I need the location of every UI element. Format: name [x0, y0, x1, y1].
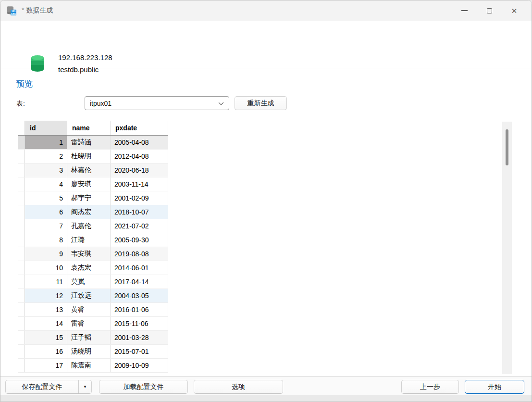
minimize-button[interactable]: [452, 0, 477, 21]
column-header-pxdate[interactable]: pxdate: [111, 121, 168, 135]
cell-name[interactable]: 孔嘉伦: [67, 219, 111, 233]
table-row[interactable]: 13黄睿2016-01-06: [18, 302, 168, 316]
table-select[interactable]: itpux01: [85, 96, 229, 110]
row-selector[interactable]: [18, 302, 25, 316]
table-row[interactable]: 11莫岚2017-04-14: [18, 275, 168, 289]
column-header-name[interactable]: name: [67, 121, 111, 135]
row-selector[interactable]: [18, 344, 25, 358]
start-button[interactable]: 开始: [465, 380, 524, 394]
cell-name[interactable]: 莫岚: [67, 275, 111, 289]
cell-name[interactable]: 杜晓明: [67, 149, 111, 163]
options-button[interactable]: 选项: [194, 380, 283, 394]
cell-id[interactable]: 14: [25, 316, 67, 330]
cell-name[interactable]: 陈震南: [67, 358, 111, 372]
cell-id[interactable]: 3: [25, 163, 67, 177]
table-row[interactable]: 6阎杰宏2018-10-07: [18, 205, 168, 219]
table-row[interactable]: 5郝宇宁2001-02-09: [18, 191, 168, 205]
scrollbar-thumb[interactable]: [506, 129, 508, 165]
table-row[interactable]: 15汪子韬2001-03-28: [18, 330, 168, 344]
cell-id[interactable]: 15: [25, 330, 67, 344]
cell-name[interactable]: 黄睿: [67, 302, 111, 316]
cell-name[interactable]: 汤晓明: [67, 344, 111, 358]
cell-id[interactable]: 1: [25, 135, 67, 149]
cell-pxdate[interactable]: 2005-09-30: [111, 233, 168, 247]
row-selector[interactable]: [18, 233, 25, 247]
row-selector[interactable]: [18, 330, 25, 344]
column-header-id[interactable]: id: [25, 121, 67, 135]
cell-id[interactable]: 17: [25, 358, 67, 372]
cell-name[interactable]: 雷睿: [67, 316, 111, 330]
vertical-scrollbar[interactable]: [502, 122, 512, 374]
load-profile-button[interactable]: 加载配置文件: [99, 380, 188, 394]
cell-pxdate[interactable]: 2019-08-08: [111, 247, 168, 261]
row-selector[interactable]: [18, 135, 25, 149]
cell-pxdate[interactable]: 2020-06-18: [111, 163, 168, 177]
cell-id[interactable]: 5: [25, 191, 67, 205]
cell-id[interactable]: 16: [25, 344, 67, 358]
cell-pxdate[interactable]: 2005-04-08: [111, 135, 168, 149]
cell-name[interactable]: 汪子韬: [67, 330, 111, 344]
cell-pxdate[interactable]: 2009-10-09: [111, 358, 168, 372]
table-row[interactable]: 7孔嘉伦2021-07-02: [18, 219, 168, 233]
cell-name[interactable]: 雷詩涵: [67, 135, 111, 149]
cell-id[interactable]: 2: [25, 149, 67, 163]
cell-pxdate[interactable]: 2014-06-01: [111, 261, 168, 275]
cell-pxdate[interactable]: 2001-02-09: [111, 191, 168, 205]
row-selector[interactable]: [18, 219, 25, 233]
row-selector[interactable]: [18, 275, 25, 289]
cell-pxdate[interactable]: 2004-03-05: [111, 289, 168, 302]
cell-pxdate[interactable]: 2015-07-01: [111, 344, 168, 358]
row-selector[interactable]: [18, 177, 25, 191]
cell-name[interactable]: 阎杰宏: [67, 205, 111, 219]
table-row[interactable]: 14雷睿2015-11-06: [18, 316, 168, 330]
regenerate-button[interactable]: 重新生成: [235, 96, 287, 110]
cell-id[interactable]: 12: [25, 289, 67, 302]
row-selector[interactable]: [18, 163, 25, 177]
table-row[interactable]: 9韦安琪2019-08-08: [18, 247, 168, 261]
cell-pxdate[interactable]: 2015-11-06: [111, 316, 168, 330]
cell-name[interactable]: 江璐: [67, 233, 111, 247]
cell-id[interactable]: 4: [25, 177, 67, 191]
cell-pxdate[interactable]: 2003-11-14: [111, 177, 168, 191]
column-header-selector[interactable]: [18, 121, 25, 135]
save-profile-dropdown-button[interactable]: ▼: [79, 385, 91, 389]
cell-id[interactable]: 6: [25, 205, 67, 219]
table-row[interactable]: 17陈震南2009-10-09: [18, 358, 168, 372]
cell-id[interactable]: 13: [25, 302, 67, 316]
cell-name[interactable]: 袁杰宏: [67, 261, 111, 275]
table-row[interactable]: 10袁杰宏2014-06-01: [18, 261, 168, 275]
row-selector[interactable]: [18, 191, 25, 205]
cell-name[interactable]: 郝宇宁: [67, 191, 111, 205]
cell-id[interactable]: 11: [25, 275, 67, 289]
table-row[interactable]: 8江璐2005-09-30: [18, 233, 168, 247]
cell-name[interactable]: 廖安琪: [67, 177, 111, 191]
cell-pxdate[interactable]: 2018-10-07: [111, 205, 168, 219]
table-row[interactable]: 4廖安琪2003-11-14: [18, 177, 168, 191]
cell-id[interactable]: 10: [25, 261, 67, 275]
save-profile-button[interactable]: 保存配置文件: [6, 383, 78, 391]
cell-id[interactable]: 7: [25, 219, 67, 233]
close-button[interactable]: ✕: [502, 0, 527, 21]
cell-pxdate[interactable]: 2017-04-14: [111, 275, 168, 289]
table-row[interactable]: 2杜晓明2012-04-08: [18, 149, 168, 163]
cell-name[interactable]: 韦安琪: [67, 247, 111, 261]
row-selector[interactable]: [18, 358, 25, 372]
row-selector[interactable]: [18, 261, 25, 275]
table-row[interactable]: 1雷詩涵2005-04-08: [18, 135, 168, 149]
cell-id[interactable]: 9: [25, 247, 67, 261]
back-button[interactable]: 上一步: [401, 380, 459, 394]
row-selector[interactable]: [18, 316, 25, 330]
cell-pxdate[interactable]: 2012-04-08: [111, 149, 168, 163]
row-selector[interactable]: [18, 149, 25, 163]
row-selector[interactable]: [18, 289, 25, 302]
table-row[interactable]: 3林嘉伦2020-06-18: [18, 163, 168, 177]
row-selector[interactable]: [18, 247, 25, 261]
cell-pxdate[interactable]: 2016-01-06: [111, 302, 168, 316]
maximize-button[interactable]: [477, 0, 502, 21]
table-row[interactable]: 16汤晓明2015-07-01: [18, 344, 168, 358]
cell-id[interactable]: 8: [25, 233, 67, 247]
cell-pxdate[interactable]: 2001-03-28: [111, 330, 168, 344]
cell-name[interactable]: 汪致远: [67, 289, 111, 302]
row-selector[interactable]: [18, 205, 25, 219]
table-row[interactable]: 12汪致远2004-03-05: [18, 289, 168, 302]
